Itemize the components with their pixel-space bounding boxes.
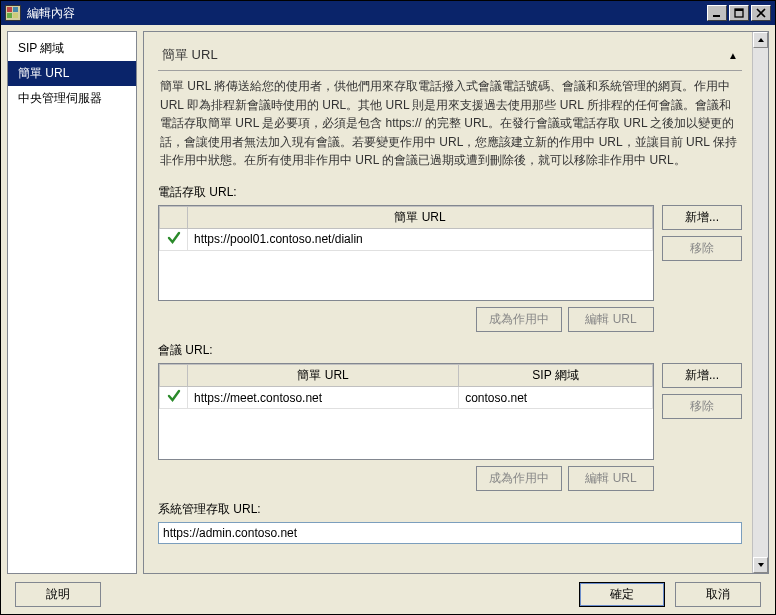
section-header[interactable]: 簡單 URL ▲	[158, 38, 742, 71]
sidebar-item-cms[interactable]: 中央管理伺服器	[8, 86, 136, 111]
table-row[interactable]: https://meet.contoso.net contoso.net	[160, 387, 653, 409]
meet-group: 簡單 URL SIP 網域 https://meet.contoso.net c…	[158, 363, 742, 460]
minimize-button[interactable]	[707, 5, 727, 21]
main-panel: 簡單 URL ▲ 簡單 URL 將傳送給您的使用者，供他們用來存取電話撥入式會議…	[143, 31, 769, 574]
dialin-url-cell: https://pool01.contoso.net/dialin	[188, 228, 653, 250]
meet-header-domain: SIP 網域	[459, 365, 653, 387]
active-check-icon	[160, 387, 188, 409]
window: 編輯內容 SIP 網域 簡單 URL 中央管理伺服器	[0, 0, 776, 615]
dialin-label: 電話存取 URL:	[158, 184, 742, 201]
footer: 說明 確定 取消	[1, 574, 775, 614]
meet-add-button[interactable]: 新增...	[662, 363, 742, 388]
sidebar: SIP 網域 簡單 URL 中央管理伺服器	[7, 31, 137, 574]
svg-rect-2	[735, 9, 743, 11]
meet-table: 簡單 URL SIP 網域 https://meet.contoso.net c…	[158, 363, 654, 460]
collapse-icon: ▲	[728, 50, 738, 61]
app-icon	[5, 5, 21, 21]
admin-url-input[interactable]	[158, 522, 742, 544]
meet-label: 會議 URL:	[158, 342, 742, 359]
body: SIP 網域 簡單 URL 中央管理伺服器 簡單 URL ▲ 簡單 URL 將傳…	[1, 25, 775, 574]
help-button[interactable]: 說明	[15, 582, 101, 607]
meet-domain-cell: contoso.net	[459, 387, 653, 409]
vertical-scrollbar[interactable]	[752, 32, 768, 573]
sidebar-item-label: 簡單 URL	[18, 66, 69, 80]
section-description: 簡單 URL 將傳送給您的使用者，供他們用來存取電話撥入式會議電話號碼、會議和系…	[160, 77, 740, 170]
section-title: 簡單 URL	[162, 46, 728, 64]
maximize-button[interactable]	[729, 5, 749, 21]
sidebar-item-label: SIP 網域	[18, 41, 64, 55]
window-buttons	[707, 5, 771, 21]
sidebar-item-label: 中央管理伺服器	[18, 91, 102, 105]
scroll-up-icon[interactable]	[753, 32, 768, 48]
ok-button[interactable]: 確定	[579, 582, 665, 607]
meet-make-active-button[interactable]: 成為作用中	[476, 466, 562, 491]
meet-header-url: 簡單 URL	[188, 365, 459, 387]
window-title: 編輯內容	[27, 5, 707, 22]
dialin-add-button[interactable]: 新增...	[662, 205, 742, 230]
dialin-table: 簡單 URL https://pool01.contoso.net/dialin	[158, 205, 654, 302]
table-row[interactable]: https://pool01.contoso.net/dialin	[160, 228, 653, 250]
sidebar-item-sip-domain[interactable]: SIP 網域	[8, 36, 136, 61]
dialin-make-active-button[interactable]: 成為作用中	[476, 307, 562, 332]
active-check-icon	[160, 228, 188, 250]
scroll-down-icon[interactable]	[753, 557, 768, 573]
close-button[interactable]	[751, 5, 771, 21]
dialin-edit-url-button[interactable]: 編輯 URL	[568, 307, 654, 332]
admin-label: 系統管理存取 URL:	[158, 501, 742, 518]
meet-remove-button[interactable]: 移除	[662, 394, 742, 419]
content: 簡單 URL ▲ 簡單 URL 將傳送給您的使用者，供他們用來存取電話撥入式會議…	[144, 32, 752, 573]
dialin-group: 簡單 URL https://pool01.contoso.net/dialin	[158, 205, 742, 302]
dialin-header-url: 簡單 URL	[188, 206, 653, 228]
dialin-remove-button[interactable]: 移除	[662, 236, 742, 261]
title-bar: 編輯內容	[1, 1, 775, 25]
cancel-button[interactable]: 取消	[675, 582, 761, 607]
svg-rect-0	[713, 15, 720, 17]
meet-url-cell: https://meet.contoso.net	[188, 387, 459, 409]
meet-edit-url-button[interactable]: 編輯 URL	[568, 466, 654, 491]
sidebar-item-simple-url[interactable]: 簡單 URL	[8, 61, 136, 86]
scroll-track[interactable]	[753, 48, 768, 557]
